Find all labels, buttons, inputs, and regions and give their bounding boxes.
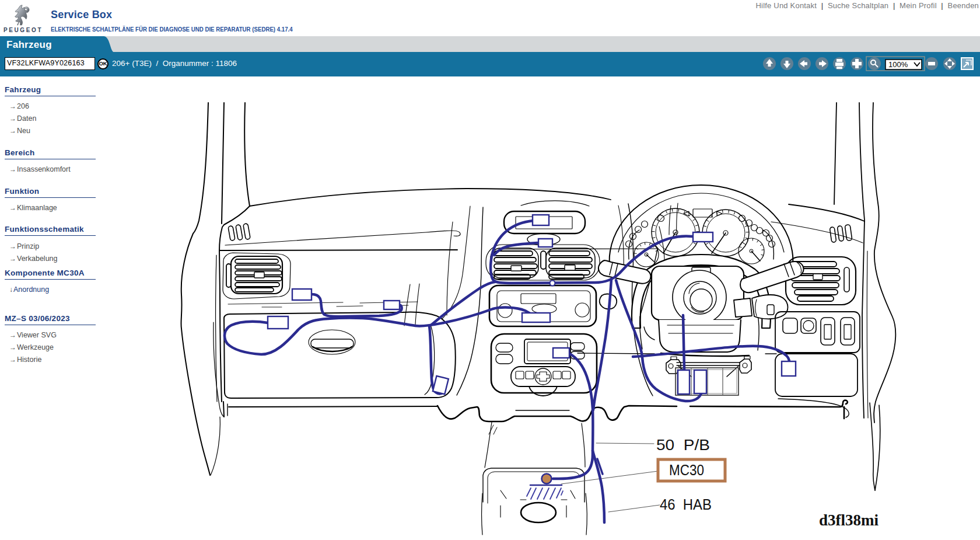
svg-text:d3fl38mi: d3fl38mi — [819, 511, 879, 529]
svg-text:MC30: MC30 — [669, 462, 704, 478]
svg-text:46 HAB: 46 HAB — [660, 496, 712, 513]
svg-text:50 P/B: 50 P/B — [656, 437, 710, 453]
